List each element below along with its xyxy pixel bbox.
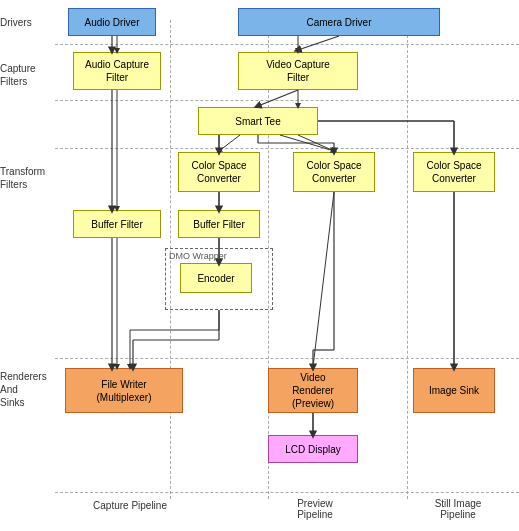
diagram-container: Drivers CaptureFilters TransformFilters …: [0, 0, 519, 531]
audio-driver-box: Audio Driver: [68, 8, 156, 36]
smart-tee-box: Smart Tee: [198, 107, 318, 135]
grid-line-h-3: [55, 148, 519, 149]
row-label-drivers: Drivers: [0, 16, 55, 29]
svg-line-22: [258, 90, 298, 106]
row-label-capture: CaptureFilters: [0, 62, 55, 88]
row-label-renderers: RenderersAndSinks: [0, 370, 55, 409]
grid-line-h-5: [55, 492, 519, 493]
file-writer-box: File Writer(Multiplexer): [65, 368, 183, 413]
color-space-converter-3-box: Color SpaceConverter: [413, 152, 495, 192]
camera-driver-box: Camera Driver: [238, 8, 440, 36]
grid-line-h-4: [55, 358, 519, 359]
lcd-display-box: LCD Display: [268, 435, 358, 463]
audio-capture-filter-box: Audio CaptureFilter: [73, 52, 161, 90]
capture-pipeline-label: Capture Pipeline: [75, 500, 185, 511]
image-sink-box: Image Sink: [413, 368, 495, 413]
color-space-converter-2-box: Color SpaceConverter: [293, 152, 375, 192]
grid-line-h-1: [55, 44, 519, 45]
video-renderer-box: VideoRenderer(Preview): [268, 368, 358, 413]
svg-line-16: [313, 192, 334, 367]
grid-line-v-3: [407, 20, 408, 499]
preview-pipeline-label: PreviewPipeline: [270, 498, 360, 520]
row-label-transform: TransformFilters: [0, 165, 55, 191]
video-capture-filter-box: Video CaptureFilter: [238, 52, 358, 90]
svg-line-21: [298, 36, 339, 50]
grid-line-h-2: [55, 100, 519, 101]
encoder-box: Encoder: [180, 263, 252, 293]
buffer-filter-1-box: Buffer Filter: [73, 210, 161, 238]
color-space-converter-1-box: Color SpaceConverter: [178, 152, 260, 192]
still-image-pipeline-label: Still ImagePipeline: [413, 498, 503, 520]
buffer-filter-2-box: Buffer Filter: [178, 210, 260, 238]
